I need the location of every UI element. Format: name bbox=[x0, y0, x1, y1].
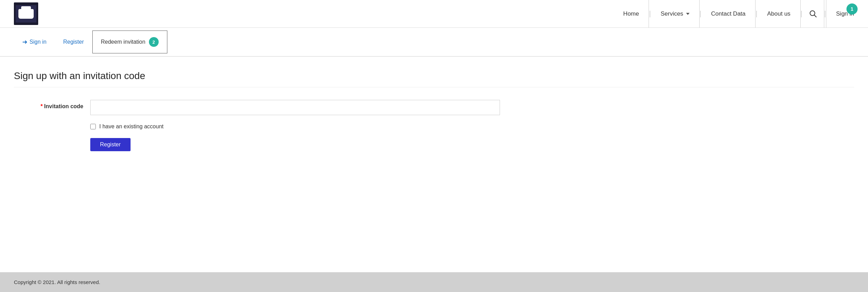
page-title: Sign up with an invitation code bbox=[14, 70, 854, 87]
svg-line-1 bbox=[814, 15, 816, 17]
search-icon bbox=[809, 10, 817, 18]
existing-account-checkbox[interactable] bbox=[90, 124, 96, 129]
tab-register[interactable]: Register bbox=[55, 33, 92, 51]
tab-redeem-invitation[interactable]: Redeem invitation 2 bbox=[92, 31, 167, 53]
existing-account-row: I have an existing account bbox=[90, 123, 854, 130]
nav-search[interactable] bbox=[802, 0, 824, 28]
nav-sign-in[interactable]: Sign in 1 bbox=[826, 0, 854, 28]
main-content: Sign up with an invitation code * Invita… bbox=[0, 57, 868, 272]
tab-bar: ➜ Sign in Register Redeem invitation 2 bbox=[0, 28, 868, 57]
footer: Copyright © 2021. All rights reserved. bbox=[0, 272, 868, 292]
invitation-code-group: * Invitation code bbox=[14, 100, 500, 115]
nav-contact-data[interactable]: Contact Data bbox=[701, 0, 756, 28]
existing-account-label[interactable]: I have an existing account bbox=[99, 123, 164, 130]
invitation-code-label: * Invitation code bbox=[14, 100, 90, 110]
nav-about-us[interactable]: About us bbox=[758, 0, 801, 28]
nav-services[interactable]: Services bbox=[651, 0, 700, 28]
logo[interactable] bbox=[14, 2, 38, 25]
main-nav: Home | Services | Contact Data | About u… bbox=[614, 0, 854, 28]
invitation-code-input[interactable] bbox=[90, 100, 500, 115]
register-button[interactable]: Register bbox=[90, 138, 131, 151]
sign-in-tab-icon: ➜ bbox=[22, 38, 27, 46]
tab-sign-in[interactable]: ➜ Sign in bbox=[14, 32, 55, 52]
nav-home[interactable]: Home bbox=[614, 0, 649, 28]
copyright-text: Copyright © 2021. All rights reserved. bbox=[14, 279, 100, 285]
sign-in-badge: 1 bbox=[846, 3, 858, 15]
redeem-invitation-badge: 2 bbox=[149, 37, 159, 47]
required-star: * bbox=[41, 103, 43, 110]
header: Home | Services | Contact Data | About u… bbox=[0, 0, 868, 28]
services-chevron-icon bbox=[686, 13, 690, 15]
